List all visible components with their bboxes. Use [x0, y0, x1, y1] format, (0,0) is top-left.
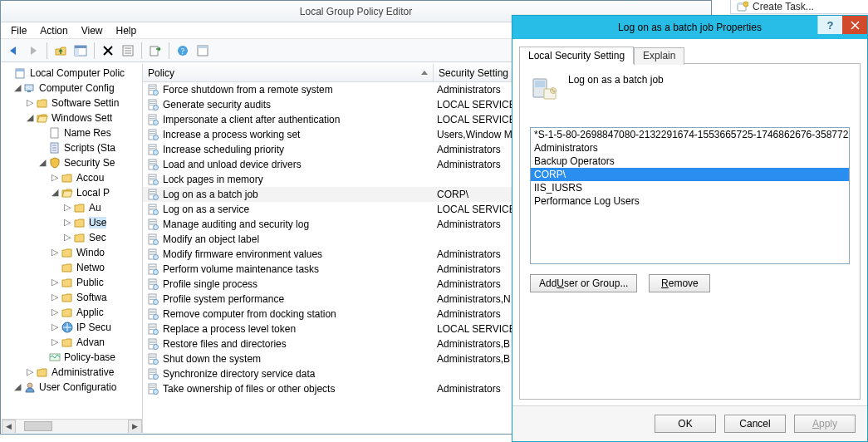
tree-user-rights[interactable]: Use [89, 217, 106, 228]
tree-public-key[interactable]: Public [76, 277, 104, 288]
expand-toggle[interactable]: ▷ [50, 292, 59, 302]
scroll-thumb[interactable] [24, 421, 52, 431]
tree-windows-firewall[interactable]: Windo [76, 247, 105, 258]
tree-windows-settings[interactable]: Windows Sett [51, 112, 112, 124]
cancel-button[interactable]: Cancel [724, 415, 786, 433]
tree-network-list[interactable]: Netwo [76, 262, 105, 273]
scroll-right-button[interactable]: ▶ [128, 420, 142, 434]
expand-toggle[interactable]: ◢ [37, 157, 47, 168]
tree-security-options[interactable]: Sec [89, 232, 106, 243]
dialog-title-bar[interactable]: Log on as a batch job Properties ? [512, 16, 867, 39]
tree-admin-templates[interactable]: Administrative [51, 366, 114, 378]
svg-rect-97 [150, 282, 155, 283]
tree-software-restriction[interactable]: Softwa [76, 292, 107, 303]
policy-name: Profile single process [163, 278, 257, 290]
svg-rect-117 [150, 342, 155, 343]
scroll-track[interactable] [16, 420, 128, 434]
tree-advanced-audit[interactable]: Advan [76, 336, 105, 348]
tree-security-settings[interactable]: Security Se [64, 157, 115, 169]
expand-toggle[interactable]: ▷ [50, 307, 59, 317]
tree-local-policies[interactable]: Local P [76, 187, 110, 199]
expand-toggle[interactable]: ▷ [50, 277, 59, 287]
properties-button[interactable] [119, 42, 137, 60]
menu-file[interactable]: File [4, 24, 33, 37]
expand-toggle[interactable]: ▷ [25, 366, 34, 377]
expand-toggle[interactable]: ◢ [12, 82, 22, 93]
members-listbox[interactable]: *S-1-5-80-2698847080-2132291674-15536657… [530, 127, 850, 264]
svg-rect-92 [150, 268, 155, 268]
member-item[interactable]: Administrators [531, 141, 849, 155]
refresh-button[interactable] [194, 42, 212, 60]
svg-point-141 [552, 89, 554, 91]
tree-computer-config[interactable]: Computer Config [39, 82, 115, 94]
expand-toggle[interactable]: ▷ [50, 172, 59, 183]
expand-toggle[interactable]: ▷ [25, 97, 34, 108]
ok-button[interactable]: OK [655, 415, 716, 433]
expand-toggle[interactable]: ▷ [50, 322, 59, 332]
tree-audit-policy[interactable]: Au [89, 202, 101, 214]
member-item[interactable]: Backup Operators [531, 155, 849, 168]
svg-rect-87 [150, 253, 155, 253]
console-tree[interactable]: Local Computer Polic ◢Computer Config ▷S… [2, 64, 142, 395]
tree-scripts[interactable]: Scripts (Sta [64, 142, 115, 154]
menu-action[interactable]: Action [33, 24, 74, 37]
policy-name: Load and unload device drivers [163, 159, 302, 170]
folder-icon [61, 306, 74, 319]
security-settings-icon [48, 156, 61, 169]
ipsec-icon [61, 321, 74, 334]
user-config-icon [23, 381, 37, 394]
expand-toggle[interactable]: ◢ [25, 112, 34, 123]
dialog-help-button[interactable]: ? [817, 16, 842, 34]
show-hide-tree-button[interactable] [71, 42, 90, 60]
expand-toggle[interactable]: ◢ [12, 381, 22, 392]
expand-toggle[interactable]: ▷ [50, 336, 59, 347]
svg-rect-138 [535, 81, 545, 87]
tree-policy-based-qos[interactable]: Policy-base [64, 351, 115, 363]
svg-point-134 [154, 390, 159, 395]
expand-toggle[interactable]: ▷ [50, 247, 59, 258]
menu-help[interactable]: Help [110, 24, 144, 37]
create-task-menu-item[interactable]: Create Task... [730, 0, 868, 14]
apply-button[interactable]: Apply [794, 415, 856, 433]
policy-name: Synchronize directory service data [163, 368, 315, 380]
dialog-close-button[interactable] [842, 16, 867, 34]
expand-toggle[interactable]: ◢ [50, 187, 59, 198]
tree-app-control[interactable]: Applic [76, 307, 104, 318]
member-item[interactable]: *S-1-5-80-2698847080-2132291674-15536657… [531, 128, 849, 141]
tab-explain[interactable]: Explain [634, 47, 684, 65]
member-item[interactable]: IIS_IUSRS [531, 181, 849, 194]
help-button[interactable]: ? [174, 42, 192, 60]
export-list-button[interactable] [146, 42, 164, 60]
policy-name: Force shutdown from a remote system [163, 84, 333, 96]
member-item[interactable]: CORP\ [531, 168, 849, 181]
policy-name: Manage auditing and security log [163, 219, 309, 230]
scroll-left-button[interactable]: ◀ [2, 420, 16, 434]
svg-rect-96 [150, 281, 155, 282]
up-level-button[interactable] [51, 42, 70, 60]
expand-toggle[interactable]: ▷ [62, 232, 71, 243]
tab-local-security-setting[interactable]: Local Security Setting [519, 47, 634, 64]
svg-rect-72 [150, 208, 155, 209]
policy-item-icon [146, 248, 159, 261]
policy-name: Impersonate a client after authenticatio… [163, 114, 340, 125]
svg-rect-106 [150, 311, 155, 312]
nav-forward-button[interactable] [24, 42, 42, 60]
tree-horizontal-scrollbar[interactable]: ◀ ▶ [2, 419, 142, 433]
remove-button[interactable]: Remove [649, 274, 710, 292]
column-policy[interactable]: Policy [143, 64, 434, 81]
tree-user-config[interactable]: User Configuratio [39, 381, 116, 393]
tree-account-policies[interactable]: Accou [76, 172, 104, 184]
add-user-group-button[interactable]: Add User or Group... [530, 274, 637, 292]
menu-view[interactable]: View [75, 24, 110, 37]
svg-point-104 [154, 300, 159, 305]
tree-ip-security[interactable]: IP Secu [76, 322, 111, 333]
nav-back-button[interactable] [4, 42, 22, 60]
expand-toggle[interactable]: ▷ [62, 217, 71, 228]
tree-software-settings[interactable]: Software Settin [51, 97, 119, 109]
tree-root[interactable]: Local Computer Polic [30, 67, 125, 79]
member-item[interactable]: Performance Log Users [531, 194, 849, 208]
svg-rect-31 [150, 86, 155, 87]
delete-button[interactable] [99, 42, 117, 60]
expand-toggle[interactable]: ▷ [62, 202, 71, 213]
tree-name-resolution[interactable]: Name Res [64, 127, 111, 139]
